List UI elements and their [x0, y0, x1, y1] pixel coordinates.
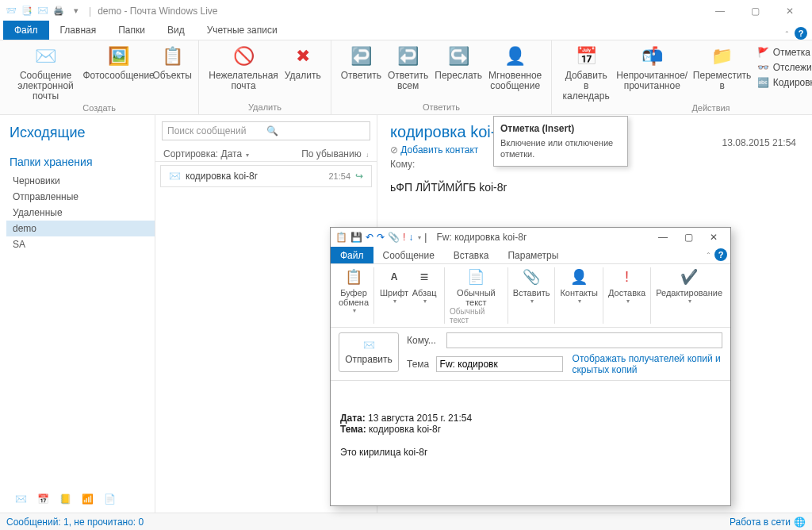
- search-input[interactable]: Поиск сообщений 🔍: [162, 121, 370, 140]
- glasses-icon: 👓: [757, 61, 770, 74]
- qa-icon[interactable]: 🖨️: [52, 5, 65, 17]
- group-label: Обычный текст: [450, 307, 503, 325]
- compose-tab-insert[interactable]: Вставка: [444, 247, 499, 263]
- group-label: Ответить: [423, 102, 460, 114]
- ribbon-collapse-icon[interactable]: ⌃: [784, 30, 790, 37]
- compose-help-icon[interactable]: ?: [714, 248, 727, 261]
- im-button[interactable]: 👤Мгновенное сообщение: [485, 42, 545, 93]
- flag-button[interactable]: 🚩Отметка: [754, 45, 812, 60]
- reply-all-button[interactable]: ↩️Ответить всем: [385, 42, 431, 93]
- priority-low-icon[interactable]: ↓: [408, 232, 413, 243]
- search-icon[interactable]: 🔍: [266, 125, 366, 136]
- new-mail-button[interactable]: ✉️Сообщение электронной почты: [6, 42, 85, 103]
- paragraph-button[interactable]: ≡Абзац▾: [409, 267, 439, 305]
- subject-input[interactable]: [436, 356, 563, 372]
- maximize-button[interactable]: ▢: [737, 2, 772, 21]
- encoding-icon: 🔤: [757, 76, 770, 89]
- tab-folders[interactable]: Папки: [107, 21, 156, 40]
- add-calendar-button[interactable]: 📅Добавить в календарь: [558, 42, 614, 103]
- contacts-switch-icon[interactable]: 📒: [57, 491, 73, 507]
- feeds-switch-icon[interactable]: 📶: [79, 491, 95, 507]
- globe-icon: 🌐: [794, 517, 806, 528]
- move-button[interactable]: 📁Переместить в: [690, 42, 753, 93]
- insert-button[interactable]: 📎Вставить▾: [513, 267, 550, 305]
- compose-tab-file[interactable]: Файл: [331, 247, 373, 263]
- reading-body: ьФП ЛЙТЙМЙГБ koi-8r: [390, 181, 799, 194]
- qa-customize-icon[interactable]: ▾: [418, 234, 421, 241]
- junk-button[interactable]: 🚫Нежелательная почта: [205, 42, 282, 93]
- read-unread-button[interactable]: 📬Непрочитанное/ прочитанное: [614, 42, 690, 93]
- subject-label: Тема: [407, 359, 431, 370]
- font-button[interactable]: AШрифт▾: [379, 267, 409, 305]
- mail-switch-icon[interactable]: ✉️: [13, 491, 29, 507]
- watch-button[interactable]: 👓Отслеживание: [754, 60, 812, 75]
- attach-icon[interactable]: 📎: [388, 232, 400, 243]
- paste-icon[interactable]: 📋: [335, 232, 347, 243]
- folder-sa[interactable]: SA: [6, 236, 155, 252]
- message-item[interactable]: ✉️ кодировка koi-8r 21:54 ↪: [160, 165, 372, 187]
- minimize-button[interactable]: —: [703, 2, 737, 21]
- message-subject: кодировка koi-8r: [186, 171, 324, 182]
- tab-file[interactable]: Файл: [3, 21, 49, 40]
- calendar-switch-icon[interactable]: 📅: [35, 491, 51, 507]
- tooltip: Отметка (Insert) Включение или отключени…: [493, 116, 628, 167]
- qa-icon[interactable]: ✉️: [36, 5, 49, 17]
- send-icon: ✉️: [363, 340, 375, 351]
- editing-button[interactable]: ✔️Редактирование▾: [656, 267, 722, 305]
- status-text: Сообщений: 1, не прочитано: 0: [6, 517, 144, 528]
- envelope-icon: ✉️: [169, 171, 181, 182]
- encoding-button[interactable]: 🔤Кодировка: [754, 75, 812, 90]
- save-icon[interactable]: 💾: [350, 232, 362, 243]
- message-time: 21:54: [328, 171, 350, 181]
- group-label: Создать: [82, 103, 116, 115]
- delete-button[interactable]: ✖Удалить: [282, 42, 324, 83]
- redo-icon[interactable]: ↷: [377, 232, 385, 243]
- tooltip-title: Отметка (Insert): [500, 123, 621, 134]
- show-cc-link[interactable]: Отображать получателей копий и скрытых к…: [573, 353, 722, 375]
- clipboard-button[interactable]: 📋Буфер обмена▾: [339, 267, 369, 314]
- compose-maximize-button[interactable]: ▢: [676, 229, 700, 245]
- newsgroups-switch-icon[interactable]: 📄: [102, 491, 117, 507]
- tab-home[interactable]: Главная: [49, 21, 108, 40]
- undo-icon[interactable]: ↶: [366, 232, 373, 243]
- sidebar-heading: Исходящие: [10, 125, 155, 141]
- qa-icon[interactable]: 📑: [21, 5, 33, 17]
- tooltip-body: Включение или отключение отметки.: [500, 138, 613, 159]
- folder-sent[interactable]: Отправленные: [6, 189, 155, 205]
- compose-ribbon-collapse-icon[interactable]: ⌃: [706, 252, 711, 259]
- qa-customize-icon[interactable]: ▾: [70, 5, 82, 17]
- folder-demo[interactable]: demo: [6, 221, 155, 236]
- search-placeholder: Поиск сообщений: [167, 125, 266, 136]
- add-contact-link[interactable]: Добавить контакт: [400, 144, 478, 156]
- compose-window: 📋 💾 ↶ ↷ 📎 ! ↓ ▾ | Fw: кодировка koi-8r —…: [330, 227, 731, 506]
- sort-label[interactable]: Сортировка: Дата ▾: [163, 148, 249, 159]
- group-label: Действия: [691, 103, 730, 115]
- forward-button[interactable]: ↪️Переслать: [431, 42, 485, 83]
- group-label: Удалить: [248, 102, 282, 114]
- sidebar-storage-heading[interactable]: Папки хранения: [10, 156, 155, 168]
- to-input[interactable]: [446, 332, 722, 348]
- folder-drafts[interactable]: Черновики: [6, 173, 155, 189]
- compose-minimize-button[interactable]: —: [651, 229, 675, 245]
- folder-deleted[interactable]: Удаленные: [6, 205, 155, 221]
- tab-accounts[interactable]: Учетные записи: [196, 21, 289, 40]
- reply-button[interactable]: ↩️Ответить: [338, 42, 385, 83]
- new-photo-button[interactable]: 🖼️Фотосообщение: [85, 42, 152, 83]
- compose-tab-message[interactable]: Сообщение: [373, 247, 444, 263]
- compose-body[interactable]: Дата: 13 августа 2015 г. 21:54 Тема: код…: [331, 381, 730, 505]
- plain-text-button[interactable]: 📄Обычный текст: [457, 267, 496, 307]
- new-objects-button[interactable]: 📋Объекты: [152, 42, 192, 83]
- compose-close-button[interactable]: ✕: [702, 229, 726, 245]
- contacts-button[interactable]: 👤Контакты▾: [560, 267, 598, 305]
- delivery-button[interactable]: !Доставка▾: [608, 267, 645, 305]
- to-label[interactable]: Кому...: [407, 335, 442, 346]
- sort-order[interactable]: По убыванию ↓: [301, 148, 369, 159]
- send-button[interactable]: ✉️ Отправить: [339, 332, 399, 372]
- help-icon[interactable]: ?: [795, 27, 807, 40]
- compose-tab-options[interactable]: Параметры: [498, 247, 568, 263]
- window-title: demo - Почта Windows Live: [98, 6, 217, 17]
- flag-icon: 🚩: [757, 46, 770, 59]
- close-button[interactable]: ✕: [772, 2, 807, 21]
- priority-high-icon[interactable]: !: [403, 232, 405, 243]
- tab-view[interactable]: Вид: [156, 21, 196, 40]
